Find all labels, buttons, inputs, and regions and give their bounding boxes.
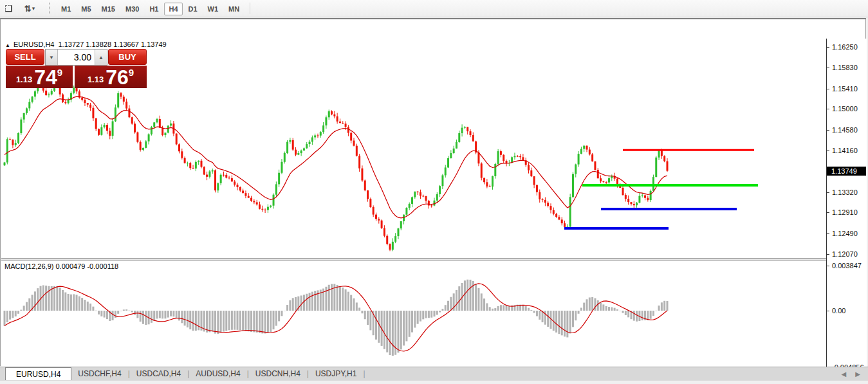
sell-button[interactable]: SELL [6, 49, 44, 65]
volume-increase-button[interactable]: ▲ [95, 50, 107, 65]
macd-chart[interactable] [1, 261, 826, 372]
price-axis-label: 1.15000 [832, 105, 858, 113]
macd-indicator-pane[interactable] [1, 261, 826, 372]
macd-axis-label: 0.003847 [832, 262, 862, 270]
sell-price-display[interactable]: 1.13 74 9 [6, 66, 73, 88]
chart-tab-usdchf-h4[interactable]: USDCHF,H4 [71, 367, 127, 380]
chart-window: ▲EURUSD,H41.13727 1.13828 1.13667 1.1374… [0, 18, 866, 366]
price-axis-tick [827, 130, 829, 131]
price-axis-tick [827, 192, 829, 193]
collapse-triangle-icon: ▲ [5, 42, 10, 48]
toolbar-separator [250, 3, 250, 14]
timeframe-toolbar: ⇅ ▾ M1M5M15M30H1H4D1W1MN [0, 0, 868, 17]
buy-button[interactable]: BUY [108, 49, 147, 65]
price-axis-label: 1.12910 [832, 208, 858, 216]
timeframe-button-h1[interactable]: H1 [145, 3, 163, 15]
buy-price-display[interactable]: 1.13 76 9 [75, 66, 147, 88]
chart-tab-usdcad-h4[interactable]: USDCAD,H4 [130, 367, 187, 380]
sell-price-main: 74 [34, 68, 57, 86]
timeframe-button-m30[interactable]: M30 [121, 3, 143, 15]
timeframe-button-h4[interactable]: H4 [164, 3, 182, 15]
chart-title: ▲EURUSD,H41.13727 1.13828 1.13667 1.1374… [5, 41, 167, 48]
price-axis-label: 1.15410 [832, 85, 858, 93]
tab-scroll-right-icon[interactable]: ▶ [855, 370, 860, 378]
price-axis-label: 1.14160 [832, 147, 858, 154]
timeframe-button-m15[interactable]: M15 [97, 3, 120, 15]
price-axis-tick [827, 212, 829, 213]
chart-shift-glyph [5, 5, 12, 12]
tab-scroll-left-icon[interactable]: ◀ [842, 370, 847, 378]
current-price-tag: 1.13749 [827, 167, 866, 176]
price-axis-tick [827, 47, 829, 48]
macd-axis-tick [827, 266, 829, 266]
timeframe-buttons: M1M5M15M30H1H4D1W1MN [56, 3, 245, 14]
price-axis-tick [827, 68, 829, 68]
macd-indicator-label: MACD(12,26,9) 0.000479 -0.000118 [5, 262, 118, 270]
chart-tab-eurusd-h4[interactable]: EURUSD,H4 [5, 367, 71, 380]
volume-spinner: ▼ ▲ [45, 49, 107, 66]
price-axis-label: 1.16250 [832, 43, 858, 51]
tab-scroll-controls: ◀ ▶ [842, 370, 860, 380]
chart-tab-bar: EURUSD,H4USDCHF,H4|USDCAD,H4|AUDUSD,H4|U… [0, 367, 868, 380]
chart-tab-usdjpy-h1[interactable]: USDJPY,H1 [309, 367, 363, 380]
volume-decrease-button[interactable]: ▼ [46, 50, 58, 65]
chart-ohlc-values: 1.13727 1.13828 1.13667 1.13749 [59, 41, 167, 48]
timeframe-button-m5[interactable]: M5 [77, 3, 95, 15]
price-axis-tick [827, 151, 829, 151]
volume-input[interactable] [58, 50, 95, 65]
macd-value-signal: -0.000118 [87, 262, 118, 270]
macd-value-main: 0.000479 [55, 262, 85, 270]
macd-histogram [4, 280, 669, 356]
price-axis-label: 1.15830 [832, 64, 858, 71]
macd-axis-tick [827, 311, 829, 311]
price-axis[interactable]: 1.162501.158301.154101.150001.145801.141… [827, 39, 867, 372]
chart-tab-usdcnh-h4[interactable]: USDCNH,H4 [249, 367, 307, 380]
buy-price-main: 76 [106, 68, 129, 86]
candles-layer [4, 82, 669, 251]
timeframe-button-mn[interactable]: MN [224, 3, 244, 15]
dropdown-caret-icon: ▾ [32, 5, 35, 12]
price-axis-label: 1.12490 [832, 230, 858, 237]
price-axis-label: 1.12070 [832, 250, 858, 258]
tab-separator: | [363, 369, 365, 380]
price-axis-tick [827, 254, 829, 255]
timeframe-button-w1[interactable]: W1 [203, 3, 223, 15]
price-axis-tick [827, 109, 829, 109]
sell-price-pip: 9 [57, 67, 62, 78]
chart-shift-icon[interactable] [0, 2, 17, 15]
arrange-arrows-glyph: ⇅ [24, 4, 31, 14]
moving-average-line [5, 96, 667, 218]
arrange-charts-icon[interactable]: ⇅ ▾ [17, 2, 42, 15]
price-axis-tick [827, 233, 829, 234]
status-strip [0, 380, 868, 384]
mt4-terminal: ⇅ ▾ M1M5M15M30H1H4D1W1MN ▲EURUSD,H41.137… [0, 0, 868, 384]
toolbar-grip [49, 3, 52, 14]
price-axis-tick [827, 89, 829, 89]
buy-price-pip: 9 [129, 67, 134, 78]
chart-tabs: EURUSD,H4USDCHF,H4|USDCAD,H4|AUDUSD,H4|U… [0, 367, 365, 380]
timeframe-button-m1[interactable]: M1 [57, 3, 75, 15]
one-click-trading-panel: SELL ▼ ▲ BUY 1.13 74 9 1.13 76 9 [6, 49, 147, 88]
buy-price-prefix: 1.13 [88, 75, 104, 84]
timeframe-button-d1[interactable]: D1 [184, 3, 202, 15]
price-axis-label: 1.13320 [832, 188, 858, 196]
macd-name: MACD(12,26,9) [5, 262, 53, 270]
sell-price-prefix: 1.13 [16, 75, 32, 84]
chart-tab-audusd-h4[interactable]: AUDUSD,H4 [189, 367, 246, 380]
price-axis-label: 1.14580 [832, 126, 858, 134]
chart-symbol-period: EURUSD,H4 [14, 41, 55, 48]
macd-axis-label: 0.00 [832, 307, 845, 315]
